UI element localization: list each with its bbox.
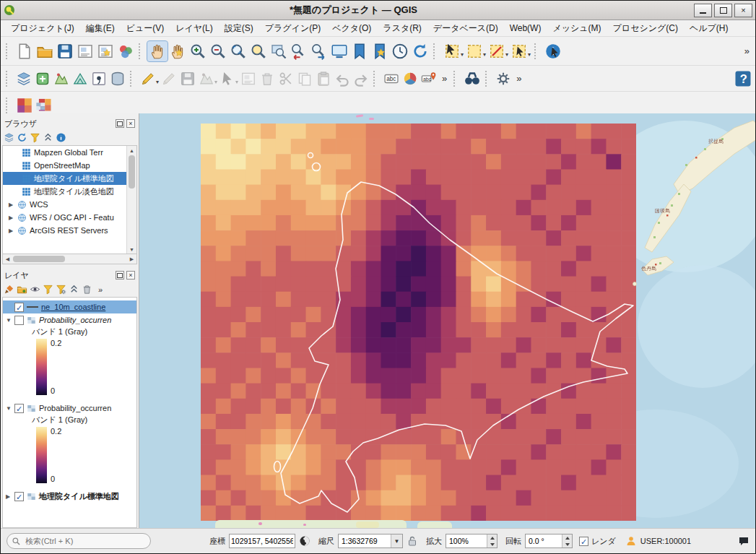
expand-arrow-icon[interactable]: ▶ [9,215,14,221]
menu-view[interactable]: ビュー(V) [121,20,170,37]
toolbar-handle[interactable] [130,71,136,87]
layer-labeling-icon[interactable]: abc [382,69,401,88]
paste-features-icon[interactable] [314,69,333,88]
scroll-right-icon[interactable]: ▶ [127,254,136,264]
zoom-to-layer-icon[interactable] [269,41,289,61]
browser-item-openstreetmap[interactable]: OpenStreetMap [3,159,136,172]
title-bar[interactable]: *無題のプロジェクト — QGIS × [1,1,755,20]
redo-icon[interactable] [352,69,370,88]
extents-toggle-icon[interactable] [299,535,310,547]
expand-arrow-icon[interactable]: ▶ [9,202,14,208]
browser-item-mapzen[interactable]: Mapzen Global Terr [3,146,136,159]
browser-item-wcs[interactable]: ▶WCS [3,198,136,211]
diagram-icon[interactable] [401,69,420,88]
scroll-down-icon[interactable]: ▼ [127,245,136,254]
vertex-tool-icon[interactable] [218,69,237,88]
modify-attributes-icon[interactable] [239,69,258,88]
remove-layer-icon[interactable] [82,284,92,295]
style-manager-icon[interactable] [116,41,136,61]
maximize-button[interactable] [714,4,732,17]
zoom-full-extent-icon[interactable] [228,41,248,61]
scroll-thumb[interactable] [129,155,135,189]
save-edits-icon[interactable] [178,69,197,88]
scroll-thumb[interactable] [13,256,65,262]
user-icon[interactable] [625,535,637,547]
map-canvas[interactable]: 択捉島 国後島 色丹島 [139,113,755,528]
browser-v-scrollbar[interactable]: ▲ ▼ [126,146,136,254]
identify-features-icon[interactable] [543,41,563,61]
log-messages-icon[interactable] [738,535,750,547]
layer-item-gsi-standard[interactable]: ▶ ✓ 地理院タイル標準地図 [3,490,136,503]
spin-down-icon[interactable] [487,541,497,547]
deselect-features-icon[interactable] [487,41,507,61]
magnifier-spinbox[interactable] [446,534,498,548]
menu-mesh[interactable]: メッシュ(M) [547,20,607,37]
map-themes-icon[interactable] [30,284,40,295]
filter-expression-icon[interactable] [56,284,66,295]
new-map-view-icon[interactable] [329,41,349,61]
toggle-editing-icon[interactable] [160,69,178,88]
spin-up-icon[interactable] [487,534,497,541]
magnifier-input[interactable] [446,536,487,546]
add-database-layer-icon[interactable] [108,69,127,88]
metasearch-binoculars-icon[interactable] [462,69,482,89]
menu-database[interactable]: データベース(D) [427,20,504,37]
layer-checkbox[interactable]: ✓ [14,404,24,413]
new-print-layout-icon[interactable] [75,41,95,61]
dropdown-arrow-icon[interactable]: ▼ [391,534,402,547]
spin-down-icon[interactable] [562,541,572,547]
properties-info-icon[interactable] [56,132,66,143]
collapse-arrow-icon[interactable]: ▼ [6,317,12,324]
pan-to-selection-icon[interactable] [168,41,188,61]
layer-styling-icon[interactable] [4,284,14,295]
dropdown-arrow-icon[interactable]: ▾ [528,51,531,58]
processing-toolbox-icon[interactable] [494,69,513,88]
browser-panel-header[interactable]: ブラウザ × [2,117,137,130]
collapse-all-icon[interactable] [43,132,53,143]
digitize-feature-icon[interactable] [197,69,216,88]
expand-arrow-icon[interactable]: ▶ [6,493,12,500]
toolbar-overflow-icon[interactable]: » [438,73,451,84]
toolbar-handle[interactable] [433,43,439,59]
render-checkbox[interactable]: ✓ [579,537,588,546]
raster-analysis-icon[interactable] [14,95,35,116]
add-selected-layer-icon[interactable] [4,132,14,143]
lock-scale-icon[interactable] [407,535,418,547]
minimize-button[interactable] [694,4,712,17]
toolbar-overflow-icon[interactable]: » [513,73,525,84]
layers-panel-header[interactable]: レイヤ × [2,269,137,282]
browser-item-wfs[interactable]: ▶WFS / OGC API - Featu [3,211,136,224]
zoom-last-icon[interactable] [289,41,309,61]
close-button[interactable]: × [734,4,752,17]
spin-up-icon[interactable] [562,534,572,541]
new-geopackage-icon[interactable] [33,69,52,88]
menu-raster[interactable]: ラスタ(R) [377,20,427,37]
menu-vector[interactable]: ベクタ(O) [326,20,377,37]
cut-features-icon[interactable] [277,69,295,88]
show-bookmarks-icon[interactable] [349,41,370,61]
dropdown-arrow-icon[interactable]: ▾ [461,51,464,58]
expand-collapse-icon[interactable] [69,284,79,295]
add-delimited-text-icon[interactable] [90,69,108,88]
open-project-icon[interactable] [35,41,55,61]
zoom-out-icon[interactable] [208,41,228,61]
filter-legend-icon[interactable] [43,284,53,295]
dropdown-arrow-icon[interactable]: ▾ [235,79,238,85]
dropdown-arrow-icon[interactable]: ▾ [214,79,217,85]
select-all-icon[interactable] [509,41,529,61]
pan-map-icon[interactable] [147,41,168,61]
new-bookmark-icon[interactable] [370,41,390,61]
menu-processing[interactable]: プロセシング(C) [607,20,684,37]
toolbar-handle[interactable] [139,43,144,59]
rotation-spinbox[interactable] [525,534,573,548]
scroll-left-icon[interactable]: ◀ [3,254,12,264]
dropdown-arrow-icon[interactable]: ▾ [505,51,508,58]
refresh-map-icon[interactable] [410,41,430,61]
menu-plugins[interactable]: プラグイン(P) [259,20,326,37]
menu-layer[interactable]: レイヤ(L) [170,20,219,37]
toolbar-handle[interactable] [6,71,12,87]
toolbar-handle[interactable] [485,71,491,87]
layer-checkbox[interactable] [14,316,24,325]
menu-web[interactable]: Web(W) [504,21,547,35]
data-source-manager-icon[interactable] [14,69,33,88]
